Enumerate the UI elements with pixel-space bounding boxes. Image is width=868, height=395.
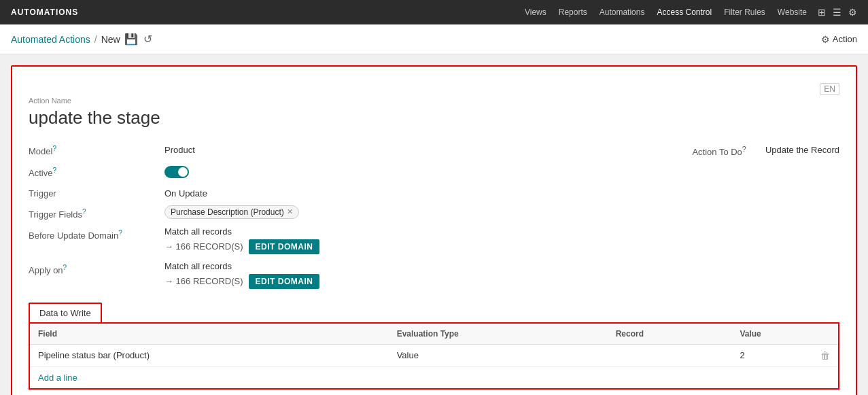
action-button-group: ⚙ Action [821,34,857,45]
app-title: AUTOMATIONS [11,7,525,17]
trigger-fields-value: Purchase Description (Product) ✕ [164,205,839,219]
nav-access-control[interactable]: Access Control [657,7,712,17]
save-icon[interactable]: 💾 [124,33,138,46]
col-eval-type: Evaluation Type [389,323,608,345]
before-update-row: Before Update Domain? Match all records … [29,226,839,254]
grid-view-icon[interactable]: ⊞ [818,7,826,18]
action-gear-icon[interactable]: ⚙ [821,34,830,45]
settings-nav-icon[interactable]: ⚙ [848,7,857,18]
action-name-value[interactable]: update the stage [29,107,839,128]
before-update-match: Match all records [164,226,319,237]
model-value: Product Action To Do? Update the Record [164,142,839,157]
discard-icon[interactable]: ↺ [143,33,152,46]
col-record: Record [608,323,732,345]
cell-eval-type: Value [389,344,608,366]
add-line-button[interactable]: Add a line [38,373,77,383]
model-label: Model? [29,142,164,156]
table-header: Field Evaluation Type Record Value [29,323,839,345]
active-toggle-switch[interactable] [164,166,189,178]
apply-on-row: Apply on? Match all records → 166 RECORD… [29,261,839,289]
action-to-do-label: Action To Do? [692,142,746,157]
before-update-label: Before Update Domain? [29,226,164,241]
breadcrumb: Automated Actions / New 💾 ↺ [11,33,821,46]
trigger-label: Trigger [29,186,164,199]
breadcrumb-parent[interactable]: Automated Actions [11,34,90,45]
nav-reports[interactable]: Reports [559,7,587,17]
active-row: Active? [29,164,839,178]
data-to-write-tab[interactable]: Data to Write [29,303,102,322]
top-navigation: AUTOMATIONS Views Reports Automations Ac… [0,0,868,24]
trigger-field-tag[interactable]: Purchase Description (Product) ✕ [164,205,299,219]
breadcrumb-current: New [101,34,120,45]
form-card: EN Action Name update the stage Model? P… [11,65,857,395]
add-line-row: Add a line [29,366,839,389]
cell-value: 2 🗑 [731,344,839,366]
table-row: Pipeline status bar (Product) Value 2 🗑 [29,344,839,366]
col-value: Value [731,323,839,345]
delete-row-icon[interactable]: 🗑 [820,350,830,361]
cell-field: Pipeline status bar (Product) [29,344,389,366]
data-to-write-section: Data to Write [29,303,839,322]
breadcrumb-icons: 💾 ↺ [124,33,152,46]
remove-tag-icon[interactable]: ✕ [287,207,293,216]
trigger-value: On Update [164,186,839,199]
action-name-label: Action Name [29,97,839,105]
cell-record [608,344,732,366]
apply-on-match: Match all records [164,261,319,271]
before-update-domain-row: Match all records → 166 RECORD(S) EDIT D… [164,226,319,254]
before-update-value: Match all records → 166 RECORD(S) EDIT D… [164,226,839,254]
active-toggle [164,164,839,178]
nav-website[interactable]: Website [778,7,807,17]
action-button-label[interactable]: Action [833,34,857,44]
apply-on-records-row: → 166 RECORD(S) EDIT DOMAIN [164,274,319,289]
table-body: Pipeline status bar (Product) Value 2 🗑 … [29,344,839,389]
nav-views[interactable]: Views [525,7,546,17]
main-content: EN Action Name update the stage Model? P… [0,54,868,395]
nav-filter-rules[interactable]: Filter Rules [724,7,765,17]
apply-on-domain-row: Match all records → 166 RECORD(S) EDIT D… [164,261,319,289]
nav-links: Views Reports Automations Access Control… [525,7,807,17]
list-view-icon[interactable]: ☰ [833,7,841,18]
edit-domain-button-2[interactable]: EDIT DOMAIN [249,274,320,289]
language-badge[interactable]: EN [820,83,839,95]
breadcrumb-bar: Automated Actions / New 💾 ↺ ⚙ Action [0,24,868,54]
active-label: Active? [29,164,164,178]
nav-icon-group: ⊞ ☰ ⚙ [818,7,857,18]
model-row: Model? Product Action To Do? Update the … [29,142,839,157]
edit-domain-button-1[interactable]: EDIT DOMAIN [249,239,320,254]
action-name-section: Action Name update the stage [29,97,839,128]
trigger-fields-label: Trigger Fields? [29,205,164,220]
col-field: Field [29,323,389,345]
before-update-records: → 166 RECORD(S) [164,241,243,252]
data-table: Field Evaluation Type Record Value Pipel… [29,322,839,390]
apply-on-records: → 166 RECORD(S) [164,276,243,286]
action-to-do-value: Update the Record [765,142,839,155]
add-line-cell: Add a line [29,366,839,389]
apply-on-value: Match all records → 166 RECORD(S) EDIT D… [164,261,839,289]
apply-on-label: Apply on? [29,261,164,275]
breadcrumb-separator: / [94,34,97,45]
before-update-records-row: → 166 RECORD(S) EDIT DOMAIN [164,239,319,254]
trigger-row: Trigger On Update [29,186,839,199]
nav-automations[interactable]: Automations [600,7,645,17]
trigger-fields-row: Trigger Fields? Purchase Description (Pr… [29,205,839,220]
